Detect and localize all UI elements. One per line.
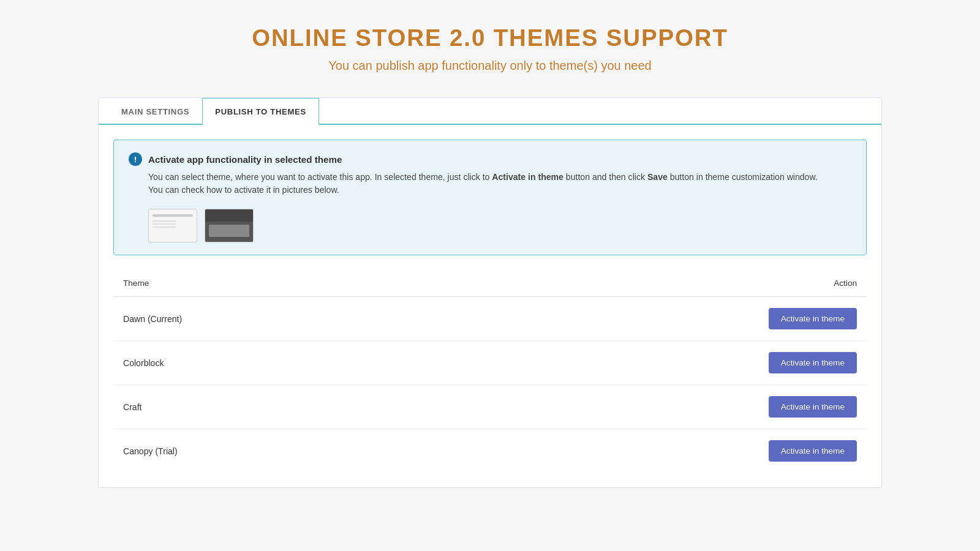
- table-row: Canopy (Trial)Activate in theme: [113, 429, 867, 473]
- tabs-bar: MAIN SETTINGS PUBLISH TO THEMES: [99, 98, 881, 125]
- page-subtitle: You can publish app functionality only t…: [252, 59, 728, 73]
- tab-content: ! Activate app functionality in selected…: [99, 125, 881, 487]
- activate-theme-button-craft[interactable]: Activate in theme: [769, 396, 857, 418]
- thumbnails: [148, 209, 851, 242]
- activate-theme-button-colorblock[interactable]: Activate in theme: [769, 352, 857, 373]
- theme-name-colorblock: Colorblock: [113, 341, 431, 385]
- theme-action-canopy: Activate in theme: [431, 429, 867, 473]
- table-row: Dawn (Current)Activate in theme: [113, 297, 867, 341]
- thumbnail-light: [148, 209, 197, 242]
- tab-main-settings[interactable]: MAIN SETTINGS: [108, 98, 202, 125]
- col-header-theme: Theme: [113, 270, 431, 297]
- activate-theme-button-dawn[interactable]: Activate in theme: [769, 308, 857, 329]
- info-box-title: Activate app functionality in selected t…: [148, 154, 342, 165]
- col-header-action: Action: [431, 270, 867, 297]
- theme-action-craft: Activate in theme: [431, 385, 867, 429]
- table-row: ColorblockActivate in theme: [113, 341, 867, 385]
- thumbnail-dark: [205, 209, 254, 242]
- main-container: MAIN SETTINGS PUBLISH TO THEMES ! Activa…: [98, 97, 882, 488]
- info-box: ! Activate app functionality in selected…: [113, 140, 867, 255]
- theme-name-dawn: Dawn (Current): [113, 297, 431, 341]
- info-icon: !: [129, 152, 142, 166]
- theme-name-canopy: Canopy (Trial): [113, 429, 431, 473]
- theme-name-craft: Craft: [113, 385, 431, 429]
- theme-action-colorblock: Activate in theme: [431, 341, 867, 385]
- page-title: ONLINE STORE 2.0 THEMES SUPPORT: [252, 24, 728, 51]
- table-row: CraftActivate in theme: [113, 385, 867, 429]
- theme-action-dawn: Activate in theme: [431, 297, 867, 341]
- info-box-header: ! Activate app functionality in selected…: [129, 152, 851, 166]
- activate-theme-button-canopy[interactable]: Activate in theme: [769, 440, 857, 462]
- page-header: ONLINE STORE 2.0 THEMES SUPPORT You can …: [252, 24, 728, 73]
- tab-publish-to-themes[interactable]: PUBLISH TO THEMES: [202, 98, 319, 125]
- themes-table: Theme Action Dawn (Current)Activate in t…: [113, 270, 867, 473]
- info-box-description: You can select theme, where you want to …: [148, 171, 851, 197]
